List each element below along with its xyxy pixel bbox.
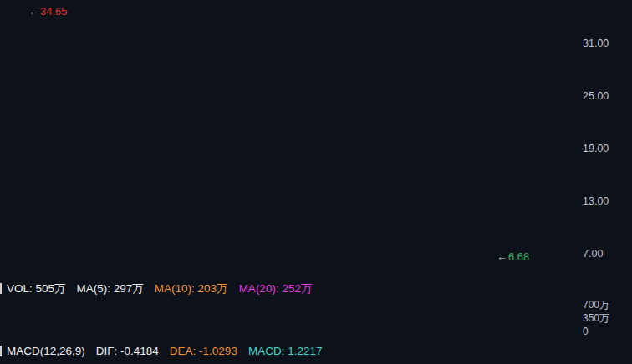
price-axis-label: 7.00 bbox=[583, 248, 603, 260]
volume-legend: VOL: 505万 MA(5): 297万 MA(10): 203万 MA(20… bbox=[0, 281, 584, 296]
volume-axis-label: 350万 bbox=[583, 312, 609, 324]
volume-axis-label: 700万 bbox=[583, 299, 609, 311]
volume-value-label: VOL: 505万 bbox=[7, 281, 66, 296]
high-price-value: 34.65 bbox=[40, 5, 68, 18]
macd-legend: MACD(12,26,9) DIF: -0.4184 DEA: -1.0293 … bbox=[0, 343, 584, 359]
macd-dea-label: DEA: -1.0293 bbox=[170, 345, 237, 357]
low-price-marker: ←6.68 bbox=[497, 250, 529, 263]
price-axis-label: 19.00 bbox=[583, 143, 609, 154]
low-price-value: 6.68 bbox=[508, 250, 529, 263]
volume-ma20-label: MA(20): 252万 bbox=[239, 281, 313, 296]
price-axis-label: 13.00 bbox=[583, 195, 609, 207]
arrow-left-icon: ← bbox=[497, 250, 507, 263]
volume-axis-label: 0 bbox=[583, 326, 589, 337]
chart-canvas[interactable] bbox=[0, 0, 632, 364]
volume-ma5-label: MA(5): 297万 bbox=[77, 281, 144, 296]
high-price-marker: ←34.65 bbox=[28, 5, 68, 18]
macd-value-label: MACD: 1.2217 bbox=[248, 345, 323, 357]
arrow-left-icon: ← bbox=[28, 5, 39, 18]
macd-pane[interactable] bbox=[0, 361, 632, 364]
price-axis-label: 31.00 bbox=[583, 38, 609, 49]
stock-chart-app: ←34.65 ←6.68 31.00 25.00 19.00 13.00 7.0… bbox=[0, 0, 632, 364]
volume-ma10-label: MA(10): 203万 bbox=[155, 281, 228, 296]
price-axis-label: 25.00 bbox=[583, 90, 609, 102]
macd-title-label: MACD(12,26,9) bbox=[7, 345, 85, 357]
macd-dif-label: DIF: -0.4184 bbox=[96, 345, 159, 357]
